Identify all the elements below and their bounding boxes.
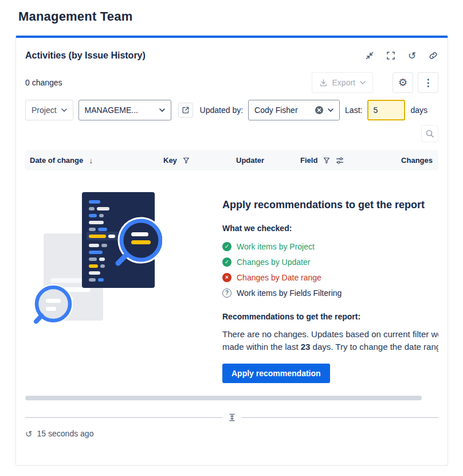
page-title: Management Team: [18, 9, 463, 24]
settings-button[interactable]: ⚙: [393, 72, 413, 93]
check-pass-icon: ✓: [222, 257, 231, 267]
search-button[interactable]: [421, 125, 438, 142]
checked-title: What we checked:: [222, 224, 438, 233]
resize-handle[interactable]: [222, 413, 242, 422]
apply-recommendation-button[interactable]: Apply recommendation: [222, 364, 330, 383]
check-unknown-icon: ?: [222, 288, 231, 298]
resize-handle-icon: [228, 413, 236, 422]
recommendations-line-2: made within the last 23 days. Try to cha…: [222, 341, 438, 353]
panel-footer: ↺ 15 seconds ago: [25, 429, 438, 438]
project-type-dropdown[interactable]: Project: [25, 100, 73, 120]
copy-link-button[interactable]: [428, 50, 438, 61]
chevron-down-icon: [328, 108, 333, 112]
empty-state-content: Apply recommendations to get the report …: [222, 192, 438, 383]
last-refreshed-text: 15 seconds ago: [37, 429, 94, 438]
column-header-updater[interactable]: Updater: [236, 156, 300, 165]
filters-row: Project MANAGEME... Updated by: Cody Fis…: [25, 100, 438, 120]
gear-icon: ⚙: [398, 77, 407, 88]
horizontal-scrollbar[interactable]: [25, 396, 422, 400]
panel-header: Activities (by Issue History) ↺: [25, 38, 438, 61]
chevron-down-icon: [61, 108, 67, 112]
restore-icon: ↺: [408, 51, 416, 61]
column-header-key[interactable]: Key: [163, 156, 236, 165]
check-pass-icon: ✓: [222, 242, 231, 251]
check-item: × Changes by Date range: [222, 270, 438, 285]
empty-state: Apply recommendations to get the report …: [25, 192, 438, 383]
check-item: ✓ Work items by Project: [222, 239, 438, 254]
chevron-down-icon: [159, 108, 165, 112]
restore-button[interactable]: ↺: [407, 50, 417, 61]
field-filter-settings-icon[interactable]: [336, 157, 344, 165]
updated-by-label: Updated by:: [200, 106, 244, 115]
project-select[interactable]: MANAGEME...: [79, 100, 171, 120]
project-select-value: MANAGEME...: [85, 106, 138, 115]
download-icon: [319, 79, 328, 87]
empty-state-heading: Apply recommendations to get the report: [222, 199, 438, 211]
more-menu-button[interactable]: ⋮: [418, 72, 438, 93]
last-label: Last:: [345, 106, 362, 115]
vertical-dots-icon: ⋮: [423, 78, 433, 88]
filter-funnel-icon[interactable]: [183, 157, 190, 164]
panel-header-actions: ↺: [364, 50, 438, 61]
checks-list: ✓ Work items by Project ✓ Changes by Upd…: [222, 239, 438, 301]
resize-divider: [25, 413, 438, 422]
clear-selection-icon[interactable]: [315, 106, 324, 115]
search-row: [25, 124, 438, 143]
chevron-down-icon: [360, 81, 366, 84]
fullscreen-button[interactable]: [386, 50, 396, 61]
filter-funnel-icon[interactable]: [323, 157, 330, 164]
changes-count: 0 changes: [25, 78, 62, 87]
open-in-new-icon: [182, 106, 190, 114]
column-header-date-of-change[interactable]: Date of change ↓: [30, 156, 163, 165]
collapse-icon: [365, 51, 374, 60]
toolbar-row: 0 changes Export ⚙ ⋮: [25, 72, 438, 93]
column-header-field[interactable]: Field: [300, 156, 392, 165]
days-label: days: [410, 106, 427, 115]
open-in-new-button[interactable]: [178, 103, 193, 118]
recommendations-title: Recommendations to get the report:: [222, 312, 438, 321]
sort-descending-icon[interactable]: ↓: [89, 157, 93, 165]
collapse-button[interactable]: [364, 50, 375, 61]
activities-panel: Activities (by Issue History) ↺: [15, 36, 448, 466]
search-documents-illustration-icon: [33, 192, 162, 333]
search-icon: [425, 129, 434, 138]
fullscreen-icon: [386, 51, 395, 60]
export-button[interactable]: Export: [312, 72, 373, 93]
export-label: Export: [332, 78, 355, 87]
project-type-label: Project: [32, 106, 57, 115]
toolbar-actions: Export ⚙ ⋮: [312, 72, 438, 93]
updated-by-select[interactable]: Cody Fisher: [248, 100, 340, 120]
recommendations-text: There are no changes. Updates based on c…: [222, 328, 438, 353]
check-item: ✓ Changes by Updater: [222, 254, 438, 270]
link-icon: [429, 51, 438, 60]
recommendations-line-1: There are no changes. Updates based on c…: [222, 328, 438, 341]
updated-by-value: Cody Fisher: [254, 106, 297, 115]
check-fail-icon: ×: [222, 273, 231, 282]
column-header-changes[interactable]: Changes: [392, 156, 434, 165]
table-header: Date of change ↓ Key Updater Field: [25, 150, 438, 170]
empty-state-illustration: [33, 192, 162, 335]
refresh-icon[interactable]: ↺: [25, 430, 33, 438]
last-days-input[interactable]: [367, 100, 405, 120]
check-item: ? Work items by Fields Filtering: [222, 285, 438, 301]
panel-title: Activities (by Issue History): [25, 50, 146, 61]
